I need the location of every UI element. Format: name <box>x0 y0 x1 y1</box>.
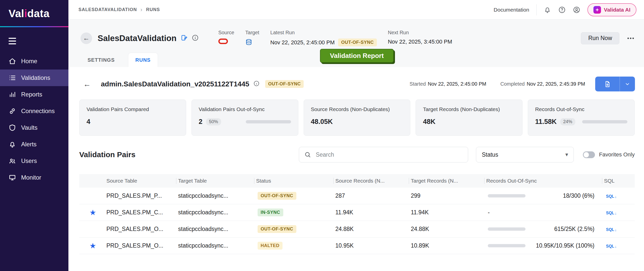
monitor-icon <box>9 174 16 181</box>
target-records-cell: 299 <box>409 192 484 199</box>
info-icon[interactable] <box>192 34 199 42</box>
status-filter-select[interactable]: Status ▾ <box>476 147 574 162</box>
validation-report-button[interactable]: Validation Report <box>320 49 394 63</box>
sidebar-item-reports[interactable]: Reports <box>0 86 68 103</box>
main-area: SALESDATAVALIDATION › RUNS Documentation <box>68 0 644 271</box>
validata-ai-label: Validata AI <box>604 7 630 13</box>
notifications-bell-icon[interactable] <box>544 6 551 14</box>
page-header: ← SalesDataValidation Source Target <box>68 20 644 67</box>
tab-bar: SETTINGS RUNS <box>80 53 158 67</box>
sidebar-item-label: Home <box>21 58 37 65</box>
status-badge: IN-SYNC <box>258 209 283 216</box>
content: ← admin.SalesDataValidation_v20251122T14… <box>68 67 644 271</box>
run-now-button[interactable]: Run Now <box>581 32 619 44</box>
more-options-icon[interactable] <box>626 34 635 43</box>
stat-card-target-records: Target Records (Non-Duplicates) 48K <box>416 99 522 136</box>
pairs-toolbar: Validation Pairs Status ▾ Favorites Only <box>68 136 644 162</box>
breadcrumb-parent[interactable]: SALESDATAVALIDATION <box>78 7 137 12</box>
sidebar-item-label: Reports <box>21 91 42 98</box>
brand-gradient-divider <box>0 26 68 27</box>
favorite-star-icon[interactable]: ★ <box>90 209 96 216</box>
back-button[interactable]: ← <box>80 32 92 44</box>
source-records-cell: 287 <box>333 192 409 199</box>
tab-settings[interactable]: SETTINGS <box>80 53 122 67</box>
stat-value: 11.58K <box>535 118 557 126</box>
header-actions: Run Now <box>581 32 635 44</box>
stat-percent-pill: 24% <box>560 118 575 125</box>
oos-progressbar <box>488 194 526 197</box>
favorites-only-label: Favorites Only <box>599 151 635 158</box>
table-header-row: Source Table Target Table Status Source … <box>79 174 635 188</box>
sql-download-link[interactable]: SQL↓ <box>606 244 617 249</box>
topbar-divider <box>536 4 537 15</box>
run-info-icon[interactable] <box>253 80 260 88</box>
source-records-cell: 24.88K <box>333 226 409 232</box>
sidebar-item-validations[interactable]: Validations <box>0 70 68 86</box>
page-title: SalesDataValidation <box>98 33 177 43</box>
favorites-only-toggle[interactable] <box>583 151 595 158</box>
sidebar-item-label: Monitor <box>21 174 41 181</box>
sql-download-link[interactable]: SQL↓ <box>606 211 617 215</box>
validations-icon <box>9 74 16 82</box>
sidebar-item-vaults[interactable]: Vaults <box>0 119 68 136</box>
status-badge: OUT-OF-SYNC <box>258 225 296 233</box>
sidebar-item-connections[interactable]: Connections <box>0 103 68 119</box>
stat-card-pairs-out-of-sync: Validation Pairs Out-of-Sync 2 50% <box>191 99 298 136</box>
latest-run-meta: Latest Run Nov 22, 2025, 2:45:00 PM OUT-… <box>270 30 377 46</box>
brand-logo: Validata <box>0 0 68 26</box>
target-label: Target <box>245 30 259 36</box>
menu-toggle-icon[interactable] <box>9 38 16 44</box>
column-source-records: Source Records (N... <box>333 178 409 184</box>
account-icon[interactable] <box>573 6 580 14</box>
tab-runs[interactable]: RUNS <box>128 53 158 67</box>
target-records-cell: 10.89K <box>409 242 484 249</box>
records-out-of-sync-cell: 18/300 (6%) <box>484 192 602 199</box>
validation-pairs-table: Source Table Target Table Status Source … <box>79 174 635 254</box>
next-run-label: Next Run <box>388 30 452 36</box>
oos-progressbar <box>488 227 526 231</box>
sql-download-link[interactable]: SQL↓ <box>606 194 617 199</box>
source-records-cell: 10.95K <box>333 242 409 249</box>
table-row[interactable]: ★ PRD_SALES.PM_C... staticpccloadsync...… <box>79 204 635 221</box>
source-table-cell: PRD_SALES.PM_C... <box>104 209 176 216</box>
target-table-cell: staticpccloadsync... <box>176 209 254 216</box>
source-label: Source <box>218 30 234 36</box>
search-input[interactable] <box>316 151 463 158</box>
records-out-of-sync-cell: 615/25K (2.5%) <box>484 226 602 232</box>
column-status: Status <box>254 178 333 184</box>
help-icon[interactable] <box>558 6 566 14</box>
home-icon <box>9 57 16 65</box>
table-row[interactable]: ★ PRD_SALES.PM_P... staticpccloadsync...… <box>79 188 635 204</box>
target-meta: Target <box>245 30 259 47</box>
run-back-button[interactable]: ← <box>83 80 91 88</box>
sidebar: Validata Home Validations Reports Connec… <box>0 0 68 271</box>
brand-logo-text: Validata <box>9 8 50 19</box>
sidebar-item-label: Connections <box>21 108 55 115</box>
topbar: SALESDATAVALIDATION › RUNS Documentation <box>68 0 644 20</box>
vaults-icon <box>9 124 16 131</box>
sidebar-item-users[interactable]: Users <box>0 153 68 169</box>
target-table-cell: staticpccloadsync... <box>176 226 254 232</box>
validata-ai-button[interactable]: Validata AI <box>587 3 636 16</box>
sidebar-item-home[interactable]: Home <box>0 53 68 70</box>
table-row[interactable]: ★ PRD_SALES.PM_O... staticpccloadsync...… <box>79 221 635 238</box>
export-options-button[interactable] <box>620 77 635 91</box>
table-row[interactable]: ★ PRD_SALES.PM_O... staticpccloadsync...… <box>79 238 635 254</box>
records-out-of-sync-cell: - <box>484 209 602 216</box>
sql-download-link[interactable]: SQL↓ <box>606 227 617 232</box>
stat-card-pairs-compared: Validation Pairs Compared 4 <box>79 99 186 136</box>
latest-run-value: Nov 22, 2025, 2:45:00 PM <box>270 39 335 46</box>
favorite-star-icon[interactable]: ★ <box>90 242 96 250</box>
sidebar-item-alerts[interactable]: Alerts <box>0 136 68 153</box>
chevron-down-icon: ▾ <box>565 151 568 158</box>
status-badge: OUT-OF-SYNC <box>258 192 296 200</box>
target-records-cell: 11.94K <box>409 209 484 216</box>
stat-card-records-out-of-sync: Records Out-of-Sync 11.58K 24% <box>528 99 635 136</box>
stat-progressbar <box>582 120 627 123</box>
documentation-link[interactable]: Documentation <box>494 7 529 13</box>
export-report-button[interactable] <box>595 77 620 91</box>
sidebar-item-label: Alerts <box>21 141 36 148</box>
edit-validation-icon[interactable] <box>181 34 188 42</box>
target-records-cell: 24.88K <box>409 226 484 232</box>
sidebar-item-monitor[interactable]: Monitor <box>0 169 68 186</box>
